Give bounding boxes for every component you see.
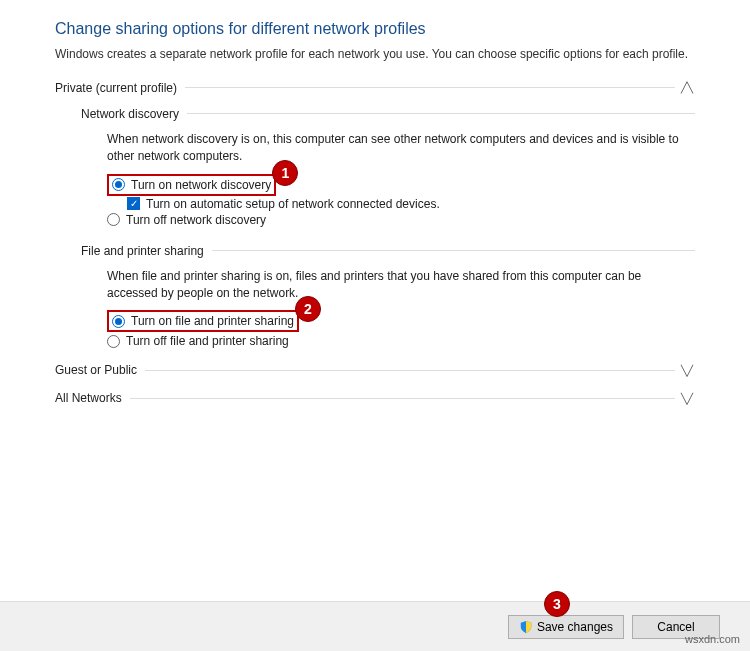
divider <box>187 113 695 114</box>
watermark-text: wsxdn.com <box>685 633 740 645</box>
page-title: Change sharing options for different net… <box>55 20 695 38</box>
subsection-title: Network discovery <box>81 107 187 121</box>
radio-icon[interactable] <box>112 178 125 191</box>
annotation-badge-3: 3 <box>544 591 570 617</box>
divider <box>130 398 675 399</box>
radio-option-nd-on[interactable]: Turn on network discovery <box>112 177 271 193</box>
section-title: Guest or Public <box>55 363 145 377</box>
section-header-guest[interactable]: Guest or Public ╲╱ <box>55 363 695 377</box>
subsection-title: File and printer sharing <box>81 244 212 258</box>
radio-icon[interactable] <box>107 335 120 348</box>
checkbox-label: Turn on automatic setup of network conne… <box>146 197 440 211</box>
chevron-down-icon[interactable]: ╲╱ <box>675 393 695 404</box>
radio-option-nd-off[interactable]: Turn off network discovery <box>107 212 695 228</box>
section-all-networks: All Networks ╲╱ <box>55 391 695 405</box>
radio-label: Turn on network discovery <box>131 178 271 192</box>
save-button[interactable]: Save changes <box>508 615 624 639</box>
divider <box>185 87 675 88</box>
section-title: Private (current profile) <box>55 81 185 95</box>
subsection-file-printer: File and printer sharing When file and p… <box>81 244 695 350</box>
subsection-network-discovery: Network discovery When network discovery… <box>81 107 695 228</box>
radio-option-fp-on[interactable]: Turn on file and printer sharing <box>112 313 294 329</box>
checkbox-icon[interactable]: ✓ <box>127 197 140 210</box>
section-private: Private (current profile) ╱╲ Network dis… <box>55 81 695 350</box>
annotation-badge-2: 2 <box>295 296 321 322</box>
highlight-box-2: Turn on file and printer sharing <box>107 310 299 332</box>
page-subtitle: Windows creates a separate network profi… <box>55 46 695 63</box>
description-text: When file and printer sharing is on, fil… <box>107 268 695 303</box>
radio-label: Turn on file and printer sharing <box>131 314 294 328</box>
shield-icon <box>519 620 533 634</box>
radio-icon[interactable] <box>112 315 125 328</box>
radio-label: Turn off network discovery <box>126 213 266 227</box>
section-header-private[interactable]: Private (current profile) ╱╲ <box>55 81 695 95</box>
highlight-box-1: Turn on network discovery <box>107 174 276 196</box>
description-text: When network discovery is on, this compu… <box>107 131 695 166</box>
cancel-button-label: Cancel <box>657 620 694 634</box>
section-title: All Networks <box>55 391 130 405</box>
section-guest: Guest or Public ╲╱ <box>55 363 695 377</box>
divider <box>212 250 695 251</box>
radio-option-fp-off[interactable]: Turn off file and printer sharing <box>107 333 695 349</box>
radio-label: Turn off file and printer sharing <box>126 334 289 348</box>
footer-bar: Save changes 3 Cancel <box>0 601 750 651</box>
section-header-all-networks[interactable]: All Networks ╲╱ <box>55 391 695 405</box>
save-button-label: Save changes <box>537 620 613 634</box>
radio-icon[interactable] <box>107 213 120 226</box>
annotation-badge-1: 1 <box>272 160 298 186</box>
divider <box>145 370 675 371</box>
checkbox-option-auto-setup[interactable]: ✓ Turn on automatic setup of network con… <box>127 196 695 212</box>
chevron-down-icon[interactable]: ╲╱ <box>675 365 695 376</box>
chevron-up-icon[interactable]: ╱╲ <box>675 82 695 93</box>
